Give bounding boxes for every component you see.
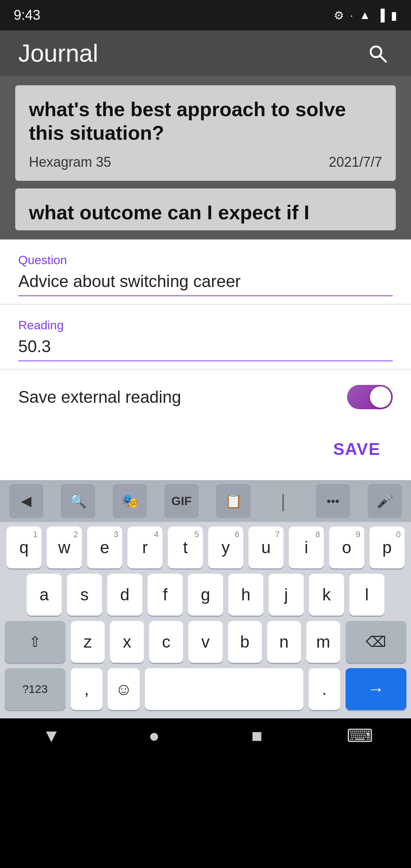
nav-home-icon: ● [149, 725, 160, 746]
keyboard-toolbar: ◀ 🔍 🎭 GIF 📋 | ••• 🎤 [0, 480, 411, 522]
key-x[interactable]: x [110, 621, 144, 663]
enter-key[interactable]: → [346, 668, 406, 710]
key-a[interactable]: a [27, 574, 62, 616]
key-b[interactable]: b [228, 621, 262, 663]
clipboard-icon: 📋 [225, 493, 242, 509]
entry-question-1: what's the best approach to solve this s… [29, 97, 382, 145]
key-d[interactable]: d [107, 574, 142, 616]
key-z[interactable]: z [71, 621, 105, 663]
status-bar: 9:43 ⚙ · ▲ ▐ ▮ [0, 0, 411, 30]
wifi-icon: ▲ [359, 9, 371, 22]
entry-meta-1: Hexagram 35 2021/7/7 [29, 154, 382, 170]
keyboard-row-4: ?123 , ☺ . → [5, 668, 406, 710]
journal-title: Journal [18, 39, 98, 67]
key-m[interactable]: m [306, 621, 340, 663]
nav-keyboard-icon: ⌨ [347, 725, 373, 746]
signal-dot-icon: · [350, 9, 353, 22]
keyboard-mic-btn[interactable]: 🎤 [368, 484, 402, 518]
keyboard-back-btn[interactable]: ◀ [9, 484, 43, 518]
nav-bar: ▼ ● ■ ⌨ [0, 718, 411, 756]
keyboard: ◀ 🔍 🎭 GIF 📋 | ••• 🎤 1q 2w 3e 4r [0, 480, 411, 718]
keyboard-rows: 1q 2w 3e 4r 5t 6y 7u 8i 9o 0p a s d f g … [0, 522, 411, 718]
key-i[interactable]: 8i [289, 527, 324, 568]
keyboard-search-icon: 🔍 [70, 493, 87, 509]
key-f[interactable]: f [148, 574, 183, 616]
entry-card-2[interactable]: what outcome can I expect if I [15, 188, 396, 230]
nav-recent-icon: ■ [252, 725, 263, 746]
svg-line-1 [380, 56, 386, 62]
key-h[interactable]: h [228, 574, 263, 616]
sticker-icon: 🎭 [121, 493, 139, 509]
numswitch-key[interactable]: ?123 [5, 668, 65, 710]
key-p[interactable]: 0p [370, 527, 405, 568]
battery-icon: ▮ [391, 9, 397, 22]
nav-back-icon: ▼ [42, 725, 61, 746]
keyboard-row-2: a s d f g h j k l [5, 574, 406, 616]
journal-entries: what's the best approach to solve this s… [0, 76, 411, 239]
status-icons: ⚙ · ▲ ▐ ▮ [334, 9, 397, 22]
question-input[interactable] [18, 272, 393, 296]
period-key[interactable]: . [309, 668, 340, 710]
keyboard-divider: | [268, 484, 298, 518]
key-s[interactable]: s [67, 574, 102, 616]
key-l[interactable]: l [349, 574, 384, 616]
keyboard-sticker-btn[interactable]: 🎭 [113, 484, 147, 518]
network-icon: ▐ [377, 9, 385, 22]
emoji-key[interactable]: ☺ [108, 668, 139, 710]
save-row: SAVE [0, 424, 411, 480]
question-label: Question [18, 253, 393, 267]
space-key[interactable] [145, 668, 303, 710]
key-t[interactable]: 5t [168, 527, 203, 568]
app-background: Journal what's the best approach to solv… [0, 30, 411, 239]
mic-icon: 🎤 [376, 493, 393, 509]
keyboard-row-3: ⇧ z x c v b n m ⌫ [5, 621, 406, 663]
keyboard-row-1: 1q 2w 3e 4r 5t 6y 7u 8i 9o 0p [5, 527, 406, 568]
entry-hexagram-1: Hexagram 35 [29, 154, 111, 170]
reading-field-group: Reading [0, 305, 411, 370]
key-u[interactable]: 7u [249, 527, 284, 568]
save-external-toggle[interactable] [347, 385, 393, 409]
key-w[interactable]: 2w [47, 527, 82, 568]
key-g[interactable]: g [188, 574, 223, 616]
back-arrow-icon: ◀ [21, 493, 32, 509]
toggle-row: Save external reading [0, 370, 411, 424]
key-n[interactable]: n [267, 621, 301, 663]
search-icon [367, 43, 388, 64]
status-time: 9:43 [14, 7, 40, 23]
search-button[interactable] [362, 38, 393, 69]
reading-label: Reading [18, 318, 393, 332]
keyboard-gif-btn[interactable]: GIF [164, 484, 199, 518]
entry-card-1[interactable]: what's the best approach to solve this s… [15, 85, 396, 181]
key-q[interactable]: 1q [6, 527, 41, 568]
key-j[interactable]: j [269, 574, 304, 616]
keyboard-clipboard-btn[interactable]: 📋 [216, 484, 250, 518]
nav-keyboard-button[interactable]: ⌨ [344, 720, 375, 751]
key-r[interactable]: 4r [127, 527, 162, 568]
nav-back-button[interactable]: ▼ [36, 720, 67, 751]
gif-icon: GIF [171, 494, 191, 508]
shift-key[interactable]: ⇧ [5, 621, 65, 663]
keyboard-search-btn[interactable]: 🔍 [61, 484, 95, 518]
key-y[interactable]: 6y [208, 527, 243, 568]
key-k[interactable]: k [309, 574, 344, 616]
nav-home-button[interactable]: ● [139, 720, 169, 751]
comma-key[interactable]: , [71, 668, 102, 710]
settings-icon: ⚙ [334, 9, 344, 22]
entry-date-1: 2021/7/7 [329, 154, 382, 170]
question-field-group: Question [0, 239, 411, 305]
key-c[interactable]: c [149, 621, 183, 663]
toggle-knob [370, 386, 391, 408]
entry-question-2: what outcome can I expect if I [29, 201, 382, 224]
key-v[interactable]: v [188, 621, 222, 663]
more-icon: ••• [327, 494, 339, 508]
backspace-key[interactable]: ⌫ [346, 621, 406, 663]
key-o[interactable]: 9o [329, 527, 364, 568]
nav-recent-button[interactable]: ■ [242, 720, 272, 751]
key-e[interactable]: 3e [87, 527, 122, 568]
modal-sheet: Question Reading Save external reading S… [0, 239, 411, 480]
save-button[interactable]: SAVE [321, 434, 393, 465]
keyboard-more-btn[interactable]: ••• [316, 484, 350, 518]
journal-header: Journal [0, 30, 411, 76]
reading-input[interactable] [18, 337, 393, 361]
toggle-label: Save external reading [18, 388, 181, 407]
